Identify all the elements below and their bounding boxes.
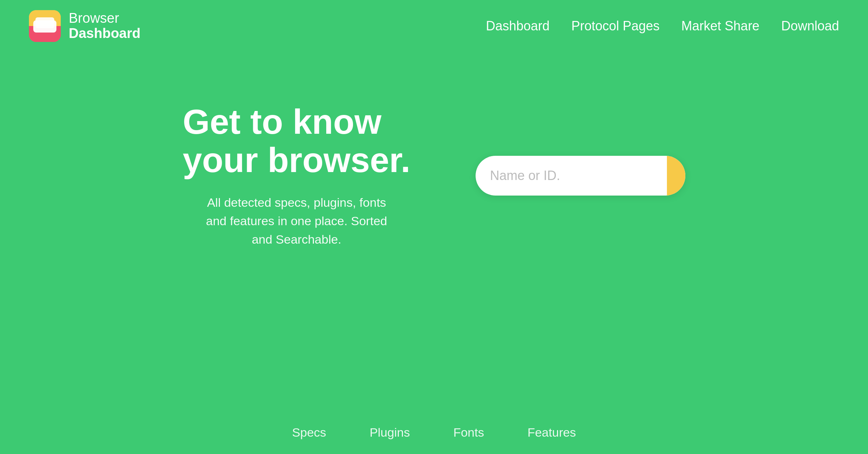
logo[interactable]: Browser Dashboard <box>29 10 140 42</box>
logo-dashboard: Dashboard <box>69 26 140 41</box>
hero-left: Get to knowyour browser. All detected sp… <box>183 103 410 249</box>
hero-right: Search <box>476 156 685 196</box>
hero-subtitle: All detected specs, plugins, fontsand fe… <box>183 193 410 249</box>
nav-download[interactable]: Download <box>781 18 839 34</box>
hero-section: Get to knowyour browser. All detected sp… <box>0 103 868 249</box>
svg-rect-3 <box>35 17 54 28</box>
search-bar: Search <box>476 156 685 196</box>
logo-browser: Browser <box>69 11 140 26</box>
footer-specs[interactable]: Specs <box>292 425 326 440</box>
footer-features[interactable]: Features <box>527 425 576 440</box>
logo-text: Browser Dashboard <box>69 11 140 41</box>
footer-fonts[interactable]: Fonts <box>453 425 484 440</box>
search-input[interactable] <box>476 156 667 196</box>
main-nav: Dashboard Protocol Pages Market Share Do… <box>486 18 839 34</box>
footer-plugins[interactable]: Plugins <box>370 425 410 440</box>
search-button[interactable]: Search <box>667 156 685 196</box>
footer-links: Specs Plugins Fonts Features <box>0 425 868 440</box>
hero-title: Get to knowyour browser. <box>183 103 410 179</box>
nav-market-share[interactable]: Market Share <box>681 18 760 34</box>
nav-protocol-pages[interactable]: Protocol Pages <box>571 18 660 34</box>
logo-icon <box>29 10 61 42</box>
nav-dashboard[interactable]: Dashboard <box>486 18 550 34</box>
header: Browser Dashboard Dashboard Protocol Pag… <box>0 0 868 52</box>
